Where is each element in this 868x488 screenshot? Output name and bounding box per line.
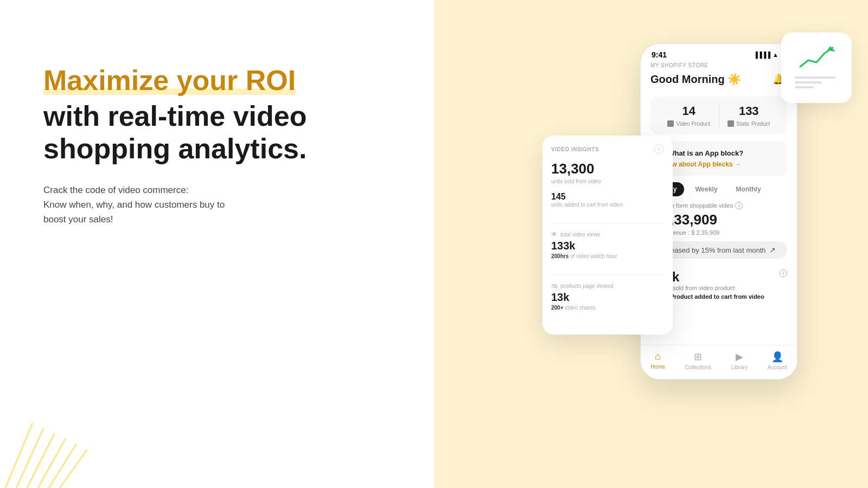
- app-block-link[interactable]: Know about App blecks →: [659, 160, 778, 168]
- units-cart-label: units added to cart from video: [551, 202, 664, 208]
- units-sold-value: 13,300: [551, 160, 664, 177]
- headline-main: with real-time video shopping analytics.: [43, 100, 347, 165]
- static-icon-small: [727, 120, 734, 127]
- static-product-label: Static Product: [736, 121, 770, 127]
- greeting-text: Good Morning ☀️: [650, 73, 741, 86]
- static-count: 133: [719, 104, 779, 118]
- video-product-label: Video Product: [676, 121, 710, 127]
- video-insights-card: VIDEO INSIGHTS ○ 13,300 units sold from …: [542, 136, 673, 335]
- signal-icon: ▐▐▐▐: [754, 52, 770, 58]
- home-icon: ⌂: [655, 351, 661, 362]
- nav-library[interactable]: ▶ Library: [731, 351, 748, 370]
- nav-collections[interactable]: ⊞ Collections: [685, 351, 711, 370]
- svg-line-4: [49, 445, 76, 488]
- video-card-header: VIDEO INSIGHTS ○: [551, 144, 664, 154]
- svg-line-3: [38, 439, 65, 488]
- tab-monthly[interactable]: Monthly: [729, 182, 769, 196]
- video-label-row: Video Product: [659, 120, 719, 127]
- tab-weekly[interactable]: Weekly: [687, 182, 725, 196]
- units-sold-label: units sold from video: [551, 178, 664, 184]
- svg-line-2: [27, 434, 54, 488]
- phone-mockup-area: VIDEO INSIGHTS ○ 13,300 units sold from …: [640, 43, 797, 380]
- video-insights-label: VIDEO INSIGHTS: [551, 146, 599, 152]
- account-icon: 👤: [771, 351, 783, 363]
- nav-home[interactable]: ⌂ Home: [650, 351, 665, 370]
- watch-hours-label: 200hrs of video watch hour: [551, 253, 664, 259]
- hero-section: Maximize your ROI with real-time video s…: [43, 65, 347, 227]
- library-icon: ▶: [736, 351, 743, 363]
- video-count: 14: [659, 104, 719, 118]
- views-label-row: 👁 total video views: [551, 231, 664, 237]
- static-product-stat: 133 Static Product: [719, 104, 779, 127]
- nav-account[interactable]: 👤 Account: [768, 351, 787, 370]
- static-label-row: Static Product: [719, 120, 779, 127]
- stats-card: 14 Video Product 133 Static Product: [650, 97, 787, 134]
- units-cart-value: 145: [551, 192, 664, 202]
- greeting-row: Good Morning ☀️ 🔔: [650, 70, 787, 88]
- wifi-icon: ▲: [773, 52, 778, 58]
- collections-icon: ⊞: [694, 351, 702, 363]
- hero-subtext: Crack the code of video commerce: Know w…: [43, 183, 347, 227]
- products-label-row: 🛍 products page viewed: [551, 282, 664, 289]
- headline-roi: Maximize your ROI: [43, 65, 296, 96]
- status-time: 9:41: [652, 50, 667, 59]
- products-count: 13k: [551, 291, 664, 304]
- products-info-icon: i: [780, 269, 787, 277]
- chart-card: [781, 33, 852, 103]
- app-block-title: ≡ What is an App block?: [659, 149, 778, 157]
- trend-chart-icon: [797, 45, 835, 72]
- video-card-menu-icon: ○: [654, 144, 664, 154]
- revenue-info-icon: i: [735, 202, 743, 209]
- svg-line-1: [16, 428, 43, 488]
- svg-line-5: [60, 450, 87, 488]
- status-bar: 9:41 ▐▐▐▐ ▲ ▭: [641, 44, 797, 62]
- chart-placeholder-lines: [795, 76, 838, 91]
- video-shares: 200+ video shares: [551, 305, 664, 311]
- store-label: MY SHOPIFY STORE: [650, 62, 787, 68]
- views-count: 133k: [551, 240, 664, 252]
- video-product-stat: 14 Video Product: [659, 104, 719, 127]
- svg-line-0: [5, 423, 33, 488]
- decorative-lines: [0, 380, 108, 488]
- products-viewed-section: 🛍 products page viewed 13k 200+ video sh…: [551, 282, 664, 326]
- video-icon-small: [667, 120, 674, 127]
- bottom-navigation: ⌂ Home ⊞ Collections ▶ Library 👤 Account: [641, 345, 797, 379]
- units-sold-section: 13,300 units sold from video 145 units a…: [551, 160, 664, 223]
- video-views-section: 👁 total video views 133k 200hrs of video…: [551, 231, 664, 275]
